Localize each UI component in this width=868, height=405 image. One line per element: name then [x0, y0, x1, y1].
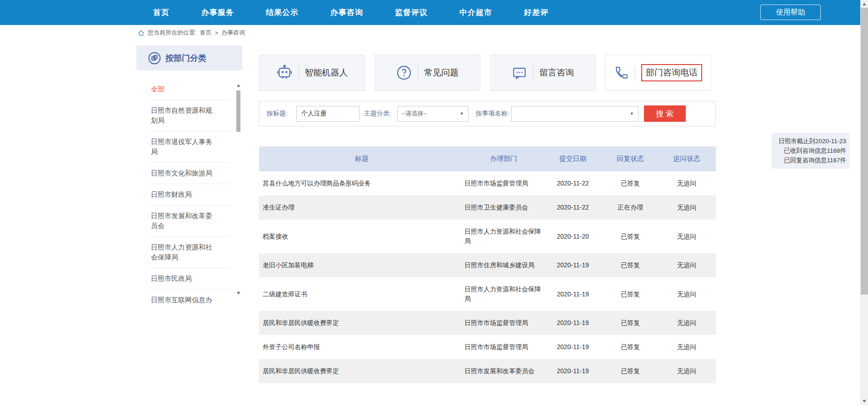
scroll-up-icon[interactable]: [861, 0, 868, 8]
sidebar-item-culture-tourism[interactable]: 日照市文化和旅游局: [149, 163, 231, 184]
nav-item-agency-market[interactable]: 中介超市: [459, 7, 492, 18]
table-row: 居民和非居民供暖收费界定 日照市发展和改革委员会 2020-11-19 已答复 …: [259, 359, 716, 383]
feature-tabs: 智能机器人 常见问题 留言咨询: [259, 55, 711, 91]
row-followup-status: 无追问: [658, 311, 716, 335]
scroll-down-icon[interactable]: [861, 397, 868, 405]
home-icon: [138, 30, 145, 36]
sidebar-title: 按部门分类: [165, 53, 206, 64]
department-list: 全部 日照市自然资源和规划局 日照市退役军人事务局 日照市文化和旅游局 日照市财…: [149, 79, 231, 310]
row-title[interactable]: 外资子公司名称申报: [259, 335, 464, 359]
row-title[interactable]: 档案接收: [259, 220, 464, 253]
row-date: 2020-11-19: [543, 277, 603, 311]
sidebar-item-all[interactable]: 全部: [149, 79, 231, 100]
tab-leave-message[interactable]: 留言咨询: [490, 55, 596, 91]
row-followup-status: 无追问: [658, 359, 716, 383]
nav-item-consult[interactable]: 办事咨询: [330, 7, 363, 18]
row-title[interactable]: 准生证办理: [259, 195, 464, 220]
stats-line-1: 日照市截止到2020-11-23: [773, 136, 846, 146]
nav-item-rating[interactable]: 好差评: [524, 7, 549, 18]
help-button[interactable]: 使用帮助: [760, 5, 821, 20]
table-row: 档案接收 日照市人力资源和社会保障局 2020-11-20 已答复 无追问: [259, 220, 716, 253]
sidebar-item-label: 日照市人力资源和社会保障局: [151, 242, 215, 262]
nav-item-supervision[interactable]: 监督评议: [395, 7, 428, 18]
tab-label: 留言咨询: [539, 67, 574, 79]
category-label: 主题分类:: [364, 110, 391, 118]
nav-item-home[interactable]: 首页: [153, 7, 170, 18]
header-department: 办理部门: [464, 146, 543, 171]
nav-item-results[interactable]: 结果公示: [266, 7, 299, 18]
row-date: 2020-11-20: [543, 220, 603, 253]
scrollbar-thumb[interactable]: [236, 90, 240, 132]
row-date: 2020-11-19: [543, 359, 603, 383]
row-title[interactable]: 二级建造师证书: [259, 277, 464, 311]
sidebar-scrollbar[interactable]: [236, 84, 241, 295]
table-row: 准生证办理 日照市卫生健康委员会 2020-11-22 正在办理 无追问: [259, 195, 716, 220]
scroll-up-icon[interactable]: [237, 84, 240, 87]
scroll-down-icon[interactable]: [237, 292, 240, 295]
sidebar-item-development-reform[interactable]: 日照市发展和改革委员会: [149, 205, 231, 237]
sidebar-item-label: 日照市退役军人事务局: [151, 137, 215, 157]
sidebar-item-label: 日照市文化和旅游局: [151, 168, 212, 178]
sidebar-item-veterans[interactable]: 日照市退役军人事务局: [149, 131, 231, 163]
row-title[interactable]: 居民和非居民供暖收费界定: [259, 359, 464, 383]
row-reply-status: 已答复: [603, 359, 658, 383]
tab-department-phone[interactable]: 部门咨询电话: [605, 55, 711, 91]
breadcrumb-current: 办事咨询: [221, 29, 245, 37]
table-row: 外资子公司名称申报 日照市市场监督管理局 2020-11-19 已答复 无追问: [259, 335, 716, 359]
search-button[interactable]: 搜 索: [644, 105, 686, 122]
row-department: 日照市人力资源和社会保障局: [464, 220, 543, 253]
row-followup-status: 无追问: [658, 171, 716, 195]
row-reply-status: 已答复: [603, 171, 658, 195]
category-select[interactable]: --请选择-- ▼: [397, 106, 469, 122]
item-name-select[interactable]: ▼: [511, 106, 639, 122]
sidebar-item-label: 全部: [151, 84, 165, 94]
scrollbar-thumb[interactable]: [861, 8, 868, 295]
row-reply-status: 已答复: [603, 311, 658, 335]
header-followup-status: 追问状态: [658, 146, 716, 171]
message-icon: [512, 65, 527, 80]
row-department: 日照市发展和改革委员会: [464, 359, 543, 383]
sidebar-item-finance[interactable]: 日照市财政局: [149, 184, 231, 205]
row-title[interactable]: 居民和非居民供暖收费界定: [259, 311, 464, 335]
search-bar: 按标题: 主题分类: --请选择-- ▼ 按事项名称: ▼ 搜 索: [259, 101, 716, 126]
breadcrumb-home[interactable]: 首页: [200, 29, 212, 37]
breadcrumb: 您当前所在的位置: 首页 > 办事咨询: [138, 28, 245, 38]
category-select-value: --请选择--: [402, 110, 427, 118]
sidebar-item-human-resources[interactable]: 日照市人力资源和社会保障局: [149, 237, 231, 268]
sidebar-item-natural-resources[interactable]: 日照市自然资源和规划局: [149, 100, 231, 131]
tab-label: 常见问题: [424, 67, 459, 79]
tab-smart-robot[interactable]: 智能机器人: [259, 55, 365, 91]
table-row: 老旧小区加装电梯 日照市住房和城乡建设局 2020-11-19 已答复 无追问: [259, 253, 716, 277]
sidebar-item-label: 日照市财政局: [151, 190, 192, 200]
row-reply-status: 已答复: [603, 277, 658, 311]
tab-faq[interactable]: 常见问题: [374, 55, 480, 91]
row-department: 日照市住房和城乡建设局: [464, 253, 543, 277]
top-navbar: 首页 办事服务 结果公示 办事咨询 监督评议 中介超市 好差评 使用帮助: [0, 0, 860, 25]
header-submit-date: 提交日期: [543, 146, 603, 171]
sidebar-item-civil-affairs[interactable]: 日照市民政局: [149, 268, 231, 290]
breadcrumb-separator: >: [215, 30, 219, 36]
sidebar-item-internet-info[interactable]: 日照市互联网信息办: [149, 290, 231, 310]
row-department: 日照市市场监督管理局: [464, 335, 543, 359]
table-row: 莒县什么地方可以办理商品条形码业务 日照市市场监督管理局 2020-11-22 …: [259, 171, 716, 195]
table-row: 二级建造师证书 日照市人力资源和社会保障局 2020-11-19 已答复 无追问: [259, 277, 716, 311]
window-scrollbar[interactable]: [860, 0, 868, 405]
tab-divider: [635, 66, 635, 80]
consultation-table: 标题 办理部门 提交日期 回复状态 追问状态 莒县什么地方可以办理商品条形码业务…: [259, 146, 716, 383]
nav-item-services[interactable]: 办事服务: [201, 7, 234, 18]
sidebar-header: 按部门分类: [136, 45, 242, 70]
row-title[interactable]: 莒县什么地方可以办理商品条形码业务: [259, 171, 464, 195]
row-title[interactable]: 老旧小区加装电梯: [259, 253, 464, 277]
tab-divider: [533, 66, 534, 80]
robot-icon: [276, 65, 293, 81]
phone-icon: [614, 65, 629, 80]
row-followup-status: 无追问: [658, 335, 716, 359]
row-followup-status: 无追问: [658, 253, 716, 277]
nav-menu: 首页 办事服务 结果公示 办事咨询 监督评议 中介超市 好差评: [153, 7, 549, 18]
title-search-input[interactable]: [296, 106, 359, 122]
department-sidebar: 按部门分类 全部 日照市自然资源和规划局 日照市退役军人事务局 日照市文化和旅游…: [136, 45, 242, 404]
row-date: 2020-11-19: [543, 253, 603, 277]
chevron-down-icon: ▼: [460, 111, 464, 116]
title-search-label: 按标题:: [267, 110, 288, 118]
row-followup-status: 无追问: [658, 277, 716, 311]
